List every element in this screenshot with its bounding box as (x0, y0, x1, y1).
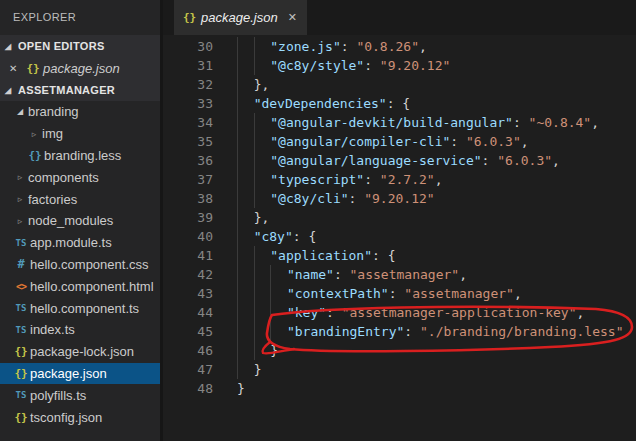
editor-line-40[interactable]: 40"c8y": { (163, 227, 636, 246)
line-number: 36 (163, 151, 213, 170)
workspace-section-header[interactable]: ◢ ASSETMANAGER (0, 79, 160, 101)
sidebar-item-package-json[interactable]: {}package.json (0, 363, 160, 385)
sidebar-item-branding-less[interactable]: {}branding.less (0, 145, 160, 167)
line-number: 38 (163, 189, 213, 208)
sidebar-item-img[interactable]: ▹img (0, 123, 160, 145)
sidebar-item-label: tsconfig.json (30, 410, 102, 425)
sidebar-item-app-module-ts[interactable]: TSapp.module.ts (0, 232, 160, 254)
open-editors-section-header[interactable]: ◢ OPEN EDITORS (0, 35, 160, 57)
indent-guide (237, 360, 254, 379)
sidebar-item-index-ts[interactable]: TSindex.ts (0, 319, 160, 341)
line-content: }, (237, 75, 269, 94)
tab-label: package.json (201, 10, 278, 25)
editor-line-35[interactable]: 35"@angular/compiler-cli": "6.0.3", (163, 132, 636, 151)
json-file-icon: {} (12, 411, 30, 424)
sidebar-item-polyfills-ts[interactable]: TSpolyfills.ts (0, 384, 160, 406)
sidebar-item-branding[interactable]: ◢branding (0, 101, 160, 123)
sidebar-item-label: hello.component.css (30, 257, 149, 272)
line-number: 34 (163, 113, 213, 132)
editor-line-48[interactable]: 48} (163, 379, 636, 398)
editor-line-41[interactable]: 41"application": { (163, 246, 636, 265)
explorer-title: EXPLORER (0, 0, 160, 35)
editor-line-44[interactable]: 44"key": "assetmanager-application-key", (163, 303, 636, 322)
editor-line-31[interactable]: 31"@c8y/style": "9.20.12" (163, 56, 636, 75)
indent-guide (237, 189, 254, 208)
json-file-icon: {} (12, 345, 30, 358)
sidebar-item-label: components (28, 170, 99, 185)
chevron-collapsed-icon: ▹ (12, 194, 28, 204)
sidebar-item-package-lock-json[interactable]: {}package-lock.json (0, 341, 160, 363)
line-content: "contextPath": "assetmanager", (237, 284, 522, 303)
line-content: "@angular-devkit/build-angular": "~0.8.4… (237, 113, 599, 132)
indent-guide (254, 151, 271, 170)
line-number: 43 (163, 284, 213, 303)
close-icon[interactable]: ✕ (9, 63, 24, 74)
sidebar-item-label: branding (28, 104, 79, 119)
sidebar-item-label: factories (28, 192, 77, 207)
chevron-expanded-icon: ◢ (12, 107, 28, 116)
ts-file-icon: TS (12, 390, 30, 400)
line-content: "application": { (237, 246, 396, 265)
editor-line-34[interactable]: 34"@angular-devkit/build-angular": "~0.8… (163, 113, 636, 132)
indent-guide (237, 56, 254, 75)
editor-area: {} package.json ✕ 30"zone.js": "0.8.26",… (163, 0, 636, 441)
sidebar-item-label: package.json (30, 366, 107, 381)
sidebar-item-factories[interactable]: ▹factories (0, 188, 160, 210)
editor-line-45[interactable]: 45"brandingEntry": "./branding/branding.… (163, 322, 636, 341)
indent-guide (254, 246, 271, 265)
editor-line-30[interactable]: 30"zone.js": "0.8.26", (163, 37, 636, 56)
open-editor-item-package-json[interactable]: ✕ {} package.json (0, 57, 160, 79)
sidebar-item-label: branding.less (44, 148, 121, 163)
editor-line-37[interactable]: 37"typescript": "2.7.2", (163, 170, 636, 189)
editor-line-39[interactable]: 39}, (163, 208, 636, 227)
sidebar-item-node-modules[interactable]: ▹node_modules (0, 210, 160, 232)
sidebar-item-label: img (42, 126, 63, 141)
line-content: "typescript": "2.7.2", (237, 170, 442, 189)
tab-package-json[interactable]: {} package.json ✕ (174, 0, 307, 35)
line-content: "@angular/language-service": "6.0.3", (237, 151, 560, 170)
indent-guide (254, 37, 271, 56)
json-file-icon: {} (24, 62, 42, 75)
json-file-icon: {} (183, 11, 199, 24)
vscode-window: { "sidebar": { "title": "EXPLORER", "ope… (0, 0, 636, 441)
editor-line-36[interactable]: 36"@angular/language-service": "6.0.3", (163, 151, 636, 170)
indent-guide (237, 303, 254, 322)
sidebar-item-label: hello.component.ts (30, 301, 139, 316)
indent-guide (254, 265, 271, 284)
editor-line-47[interactable]: 47} (163, 360, 636, 379)
indent-guide (270, 303, 287, 322)
indent-guide (237, 170, 254, 189)
ts-file-icon: TS (12, 325, 30, 335)
open-editors-label: OPEN EDITORS (18, 40, 105, 52)
sidebar-item-tsconfig-json[interactable]: {}tsconfig.json (0, 406, 160, 428)
line-content: } (237, 360, 261, 379)
editor-line-46[interactable]: 46} (163, 341, 636, 360)
sidebar-item-label: polyfills.ts (30, 388, 86, 403)
line-content: } (237, 341, 278, 360)
indent-guide (237, 208, 254, 227)
indent-guide (254, 284, 271, 303)
indent-guide (254, 56, 271, 75)
html-file-icon: <> (12, 281, 30, 292)
line-number: 47 (163, 360, 213, 379)
line-number: 32 (163, 75, 213, 94)
sidebar-item-hello-component-css[interactable]: #hello.component.css (0, 254, 160, 276)
editor-line-32[interactable]: 32}, (163, 75, 636, 94)
sidebar-item-hello-component-html[interactable]: <>hello.component.html (0, 275, 160, 297)
chevron-expanded-icon: ◢ (5, 42, 18, 51)
sidebar-item-components[interactable]: ▹components (0, 166, 160, 188)
editor-line-33[interactable]: 33"devDependencies": { (163, 94, 636, 113)
chevron-collapsed-icon: ▹ (12, 172, 28, 182)
indent-guide (237, 151, 254, 170)
line-content: "c8y": { (237, 227, 316, 246)
editor-line-38[interactable]: 38"@c8y/cli": "9.20.12" (163, 189, 636, 208)
indent-guide (270, 265, 287, 284)
tab-close-icon[interactable]: ✕ (288, 11, 297, 24)
editor-line-43[interactable]: 43"contextPath": "assetmanager", (163, 284, 636, 303)
editor[interactable]: 30"zone.js": "0.8.26",31"@c8y/style": "9… (163, 35, 636, 441)
indent-guide (237, 75, 254, 94)
sidebar-item-hello-component-ts[interactable]: TShello.component.ts (0, 297, 160, 319)
editor-tabbar: {} package.json ✕ (163, 0, 636, 35)
editor-line-42[interactable]: 42"name": "assetmanager", (163, 265, 636, 284)
chevron-collapsed-icon: ▹ (26, 129, 42, 139)
